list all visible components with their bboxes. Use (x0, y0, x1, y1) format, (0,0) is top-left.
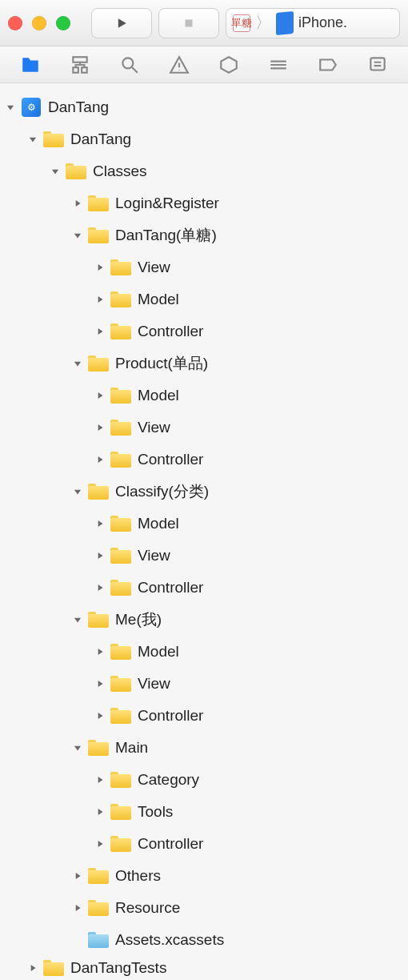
tree-row-label: Login&Register (115, 195, 219, 212)
tree-row[interactable]: Model (0, 508, 408, 540)
disclosure-triangle-icon[interactable] (91, 675, 109, 693)
debug-navigator-icon[interactable] (267, 54, 290, 76)
disclosure-triangle-icon[interactable] (91, 323, 109, 340)
tree-row[interactable]: View (0, 251, 408, 283)
disclosure-triangle-icon[interactable] (91, 579, 109, 596)
test-navigator-icon[interactable] (218, 54, 240, 76)
folder-icon (88, 227, 109, 244)
stop-button[interactable] (158, 8, 219, 38)
disclosure-triangle-icon[interactable] (46, 163, 64, 180)
disclosure-triangle-icon[interactable] (69, 355, 86, 372)
project-navigator-tree[interactable]: ⚙DanTangDanTangClassesLogin&RegisterDanT… (0, 83, 408, 978)
tree-row[interactable]: Tools (0, 796, 408, 828)
tree-row[interactable]: Login&Register (0, 187, 408, 219)
disclosure-triangle-icon[interactable] (69, 899, 86, 917)
tree-row-label: Model (138, 387, 179, 404)
tree-row[interactable]: Me(我) (0, 604, 408, 636)
disclosure-triangle-icon[interactable] (91, 803, 109, 821)
tree-row[interactable]: DanTang(单糖) (0, 219, 408, 251)
tree-row-label: DanTangTests (70, 959, 166, 977)
disclosure-triangle-icon[interactable] (69, 195, 86, 212)
tree-row[interactable]: ⚙DanTang (0, 91, 408, 123)
disclosure-triangle-icon[interactable] (69, 227, 86, 244)
tree-row[interactable]: Assets.xcassets (0, 924, 408, 956)
tree-row-label: Classify(分类) (115, 481, 209, 502)
disclosure-triangle-icon[interactable] (91, 515, 109, 532)
tree-row[interactable]: Product(单品) (0, 347, 408, 380)
disclosure-triangle-icon[interactable] (91, 387, 109, 404)
tree-row[interactable]: View (0, 540, 408, 572)
folder-icon (66, 163, 86, 180)
issue-navigator-icon[interactable] (168, 54, 190, 76)
disclosure-triangle-icon[interactable] (69, 483, 86, 500)
stop-icon (182, 16, 196, 30)
tree-row[interactable]: Main (0, 732, 408, 764)
tree-row[interactable]: DanTang (0, 123, 408, 155)
disclosure-triangle-icon[interactable] (24, 959, 42, 977)
scheme-device-label: iPhone. (298, 14, 347, 31)
run-button[interactable] (91, 8, 152, 38)
tree-row[interactable]: Model (0, 636, 408, 668)
tree-row[interactable]: Classify(分类) (0, 476, 408, 508)
disclosure-triangle-icon[interactable] (2, 98, 19, 116)
scheme-selector[interactable]: 單糖 〉 iPhone. (226, 8, 400, 38)
spacer (69, 931, 86, 949)
disclosure-triangle-icon[interactable] (91, 259, 109, 276)
tree-row[interactable]: Classes (0, 155, 408, 187)
disclosure-triangle-icon[interactable] (69, 867, 86, 885)
tree-row[interactable]: Controller (0, 828, 408, 860)
breakpoint-navigator-icon[interactable] (317, 54, 339, 76)
folder-icon (110, 643, 131, 661)
tree-row[interactable]: Controller (0, 315, 408, 347)
tree-row-label: View (138, 259, 170, 276)
svg-rect-3 (82, 67, 87, 73)
svg-rect-1 (73, 57, 86, 62)
report-navigator-icon[interactable] (366, 54, 389, 76)
folder-icon (110, 323, 131, 340)
folder-icon (110, 835, 131, 853)
tree-row[interactable]: Model (0, 380, 408, 412)
tree-row[interactable]: Controller (0, 444, 408, 476)
disclosure-triangle-icon[interactable] (91, 291, 109, 308)
project-navigator-icon[interactable] (19, 54, 42, 76)
navigator-selector-bar (0, 46, 408, 83)
folder-icon (110, 387, 131, 404)
close-window-icon[interactable] (8, 16, 22, 30)
tree-row[interactable]: Controller (0, 572, 408, 604)
disclosure-triangle-icon[interactable] (91, 451, 109, 468)
disclosure-triangle-icon[interactable] (91, 707, 109, 725)
disclosure-triangle-icon[interactable] (91, 643, 109, 661)
svg-rect-2 (73, 67, 78, 73)
assets-folder-icon (88, 931, 109, 949)
tree-row[interactable]: Resource (0, 892, 408, 924)
tree-row[interactable]: View (0, 412, 408, 444)
disclosure-triangle-icon[interactable] (91, 419, 109, 436)
disclosure-triangle-icon[interactable] (69, 611, 86, 629)
tree-row[interactable]: Controller (0, 700, 408, 732)
tree-row-label: Controller (138, 835, 203, 853)
tree-row[interactable]: Category (0, 764, 408, 796)
tree-row[interactable]: Model (0, 283, 408, 315)
folder-icon (110, 771, 131, 789)
svg-rect-5 (370, 58, 384, 70)
source-control-navigator-icon[interactable] (69, 54, 91, 76)
folder-icon (110, 419, 131, 436)
tree-row-label: View (138, 419, 170, 436)
tree-row-label: Tools (138, 803, 173, 821)
zoom-window-icon[interactable] (56, 16, 70, 30)
tree-row[interactable]: DanTangTests (0, 956, 408, 978)
tree-row-label: DanTang (48, 98, 109, 116)
disclosure-triangle-icon[interactable] (91, 771, 109, 789)
disclosure-triangle-icon[interactable] (91, 835, 109, 853)
tree-row[interactable]: Others (0, 860, 408, 892)
folder-icon (88, 195, 109, 212)
tree-row[interactable]: View (0, 668, 408, 700)
tree-row-label: Classes (93, 163, 147, 180)
find-navigator-icon[interactable] (118, 54, 141, 76)
disclosure-triangle-icon[interactable] (91, 547, 109, 564)
tree-row-label: Model (138, 291, 179, 308)
disclosure-triangle-icon[interactable] (24, 131, 42, 148)
traffic-lights (8, 16, 70, 30)
minimize-window-icon[interactable] (32, 16, 46, 30)
disclosure-triangle-icon[interactable] (69, 739, 86, 757)
